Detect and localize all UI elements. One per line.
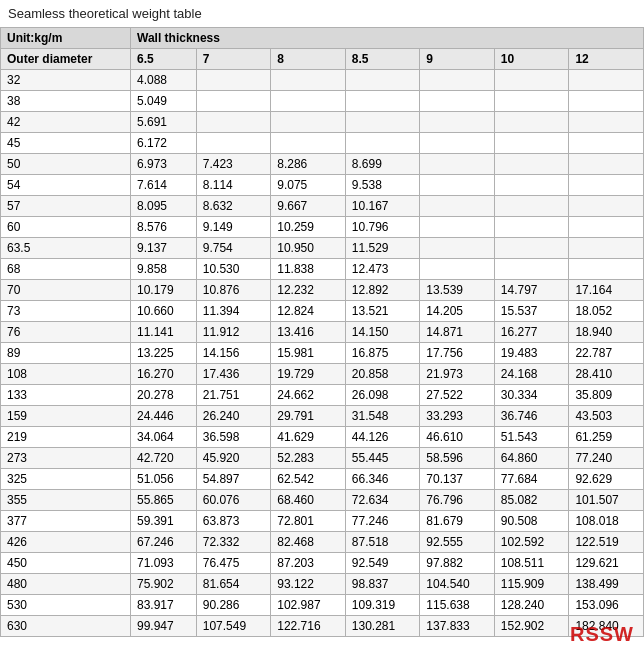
value-cell: 107.549 (196, 616, 271, 637)
value-cell (345, 112, 420, 133)
outer-diameter-cell: 38 (1, 91, 131, 112)
value-cell: 42.720 (131, 448, 197, 469)
value-cell: 101.507 (569, 490, 644, 511)
table-row: 578.0958.6329.66710.167 (1, 196, 644, 217)
value-cell: 17.436 (196, 364, 271, 385)
value-cell: 130.281 (345, 616, 420, 637)
value-cell: 138.499 (569, 574, 644, 595)
value-cell (196, 70, 271, 91)
table-row: 21934.06436.59841.62944.12646.61051.5436… (1, 427, 644, 448)
value-cell: 8.576 (131, 217, 197, 238)
table-row: 32551.05654.89762.54266.34670.13777.6849… (1, 469, 644, 490)
value-cell (569, 259, 644, 280)
value-cell: 12.232 (271, 280, 346, 301)
value-cell: 62.542 (271, 469, 346, 490)
value-cell: 14.156 (196, 343, 271, 364)
value-cell: 9.858 (131, 259, 197, 280)
wall-thickness-header: Wall thickness (131, 28, 644, 49)
value-cell (494, 112, 569, 133)
value-cell (420, 217, 495, 238)
table-row: 456.172 (1, 133, 644, 154)
value-cell: 31.548 (345, 406, 420, 427)
outer-diameter-cell: 108 (1, 364, 131, 385)
col-header-10: 10 (494, 49, 569, 70)
value-cell (345, 91, 420, 112)
value-cell: 137.833 (420, 616, 495, 637)
value-cell: 55.865 (131, 490, 197, 511)
value-cell: 54.897 (196, 469, 271, 490)
value-cell: 36.598 (196, 427, 271, 448)
value-cell: 68.460 (271, 490, 346, 511)
value-cell: 8.114 (196, 175, 271, 196)
value-cell: 109.319 (345, 595, 420, 616)
outer-diameter-cell: 45 (1, 133, 131, 154)
value-cell (569, 217, 644, 238)
value-cell: 72.801 (271, 511, 346, 532)
value-cell: 8.286 (271, 154, 346, 175)
value-cell: 9.137 (131, 238, 197, 259)
value-cell (569, 112, 644, 133)
table-row: 63.59.1379.75410.95011.529 (1, 238, 644, 259)
value-cell (494, 175, 569, 196)
value-cell: 72.332 (196, 532, 271, 553)
value-cell (420, 133, 495, 154)
value-cell: 10.660 (131, 301, 197, 322)
outer-diameter-cell: 355 (1, 490, 131, 511)
value-cell (271, 70, 346, 91)
value-cell (494, 133, 569, 154)
value-cell: 77.684 (494, 469, 569, 490)
value-cell: 19.483 (494, 343, 569, 364)
outer-diameter-cell: 219 (1, 427, 131, 448)
col-header-7: 7 (196, 49, 271, 70)
value-cell (494, 154, 569, 175)
value-cell: 93.122 (271, 574, 346, 595)
table-row: 425.691 (1, 112, 644, 133)
table-row: 8913.22514.15615.98116.87517.75619.48322… (1, 343, 644, 364)
table-row: 27342.72045.92052.28355.44558.59664.8607… (1, 448, 644, 469)
outer-diameter-cell: 450 (1, 553, 131, 574)
value-cell: 81.679 (420, 511, 495, 532)
value-cell: 52.283 (271, 448, 346, 469)
outer-diameter-cell: 70 (1, 280, 131, 301)
value-cell: 98.837 (345, 574, 420, 595)
value-cell: 11.838 (271, 259, 346, 280)
value-cell (420, 154, 495, 175)
outer-diameter-cell: 76 (1, 322, 131, 343)
value-cell: 51.056 (131, 469, 197, 490)
value-cell (345, 70, 420, 91)
value-cell: 60.076 (196, 490, 271, 511)
col-header-12: 12 (569, 49, 644, 70)
value-cell (271, 91, 346, 112)
value-cell: 12.824 (271, 301, 346, 322)
value-cell: 10.950 (271, 238, 346, 259)
value-cell: 75.902 (131, 574, 197, 595)
value-cell: 21.973 (420, 364, 495, 385)
table-row: 48075.90281.65493.12298.837104.540115.90… (1, 574, 644, 595)
value-cell: 45.920 (196, 448, 271, 469)
value-cell: 14.797 (494, 280, 569, 301)
col-header-8: 8 (271, 49, 346, 70)
value-cell: 76.475 (196, 553, 271, 574)
value-cell: 77.240 (569, 448, 644, 469)
value-cell: 22.787 (569, 343, 644, 364)
value-cell (420, 91, 495, 112)
value-cell: 34.064 (131, 427, 197, 448)
value-cell (569, 175, 644, 196)
value-cell (494, 91, 569, 112)
value-cell: 19.729 (271, 364, 346, 385)
value-cell: 14.150 (345, 322, 420, 343)
value-cell (271, 112, 346, 133)
value-cell: 58.596 (420, 448, 495, 469)
value-cell: 82.468 (271, 532, 346, 553)
value-cell: 102.987 (271, 595, 346, 616)
value-cell: 108.511 (494, 553, 569, 574)
unit-header: Unit:kg/m (1, 28, 131, 49)
table-row: 506.9737.4238.2868.699 (1, 154, 644, 175)
outer-diameter-cell: 42 (1, 112, 131, 133)
value-cell: 12.473 (345, 259, 420, 280)
value-cell (569, 133, 644, 154)
value-cell (569, 154, 644, 175)
value-cell (569, 91, 644, 112)
outer-diameter-cell: 377 (1, 511, 131, 532)
value-cell: 17.756 (420, 343, 495, 364)
